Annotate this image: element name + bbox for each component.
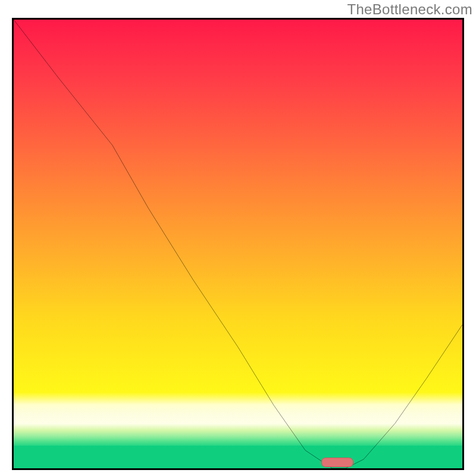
target-marker bbox=[321, 458, 353, 467]
bottleneck-chart bbox=[12, 18, 464, 470]
curve-path bbox=[14, 20, 462, 468]
watermark: TheBottleneck.com bbox=[347, 1, 472, 18]
bottleneck-curve bbox=[14, 20, 462, 468]
